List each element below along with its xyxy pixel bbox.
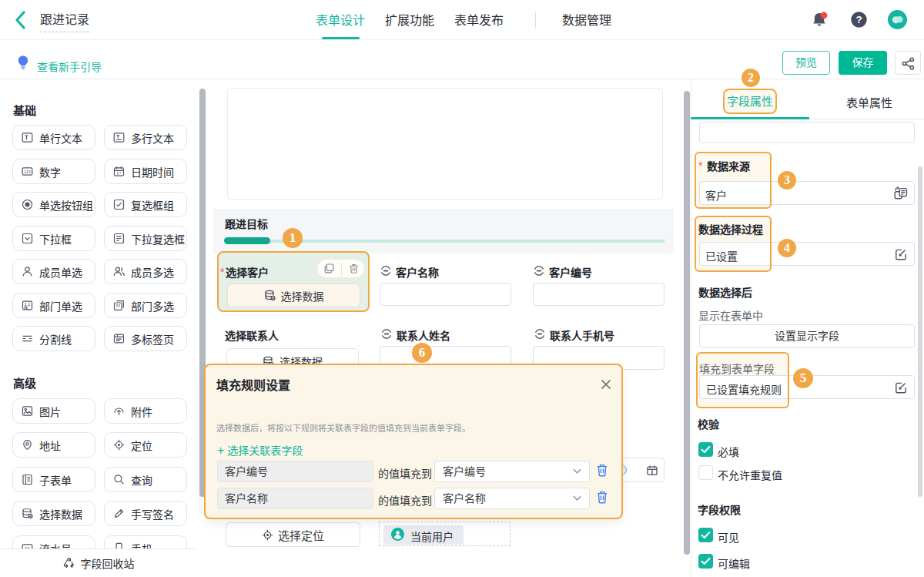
svg-text:?: ? [855, 14, 862, 25]
svg-text:123: 123 [24, 169, 31, 174]
